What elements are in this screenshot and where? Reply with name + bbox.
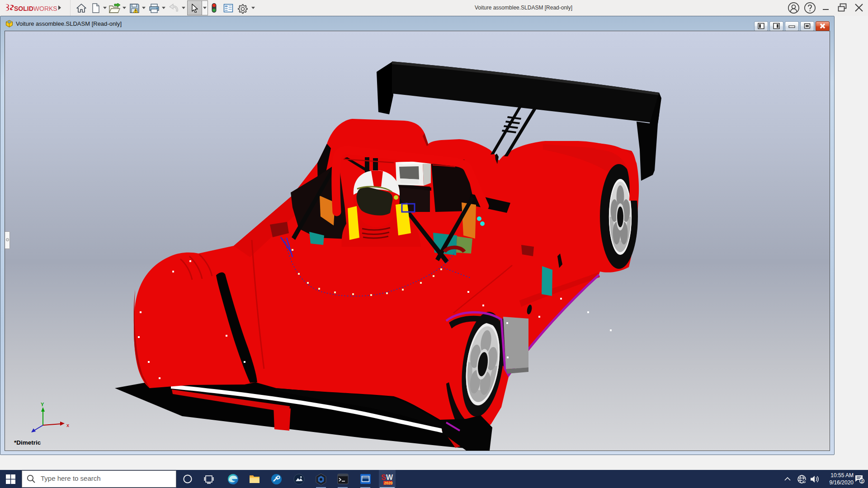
svg-text:W: W (386, 474, 393, 481)
svg-text:2: 2 (861, 479, 863, 483)
svg-text:2020: 2020 (384, 481, 393, 485)
svg-text:Y: Y (41, 402, 44, 407)
svg-text:x: x (66, 422, 70, 428)
svg-text:S: S (381, 474, 386, 481)
